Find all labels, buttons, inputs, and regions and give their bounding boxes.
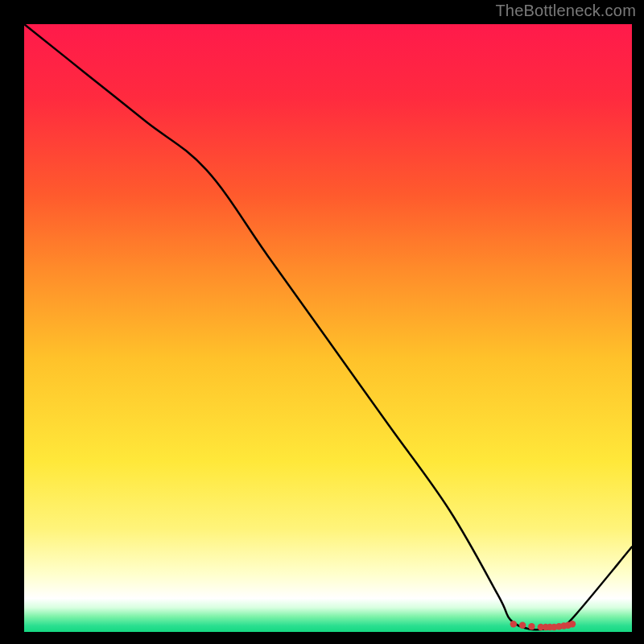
chart-svg	[0, 0, 644, 644]
chart-stage: TheBottleneck.com	[0, 0, 644, 644]
optimum-marker	[519, 621, 526, 628]
optimum-marker	[510, 621, 517, 627]
plot-background	[24, 24, 632, 632]
optimum-marker	[569, 621, 576, 627]
optimum-marker	[528, 623, 535, 630]
